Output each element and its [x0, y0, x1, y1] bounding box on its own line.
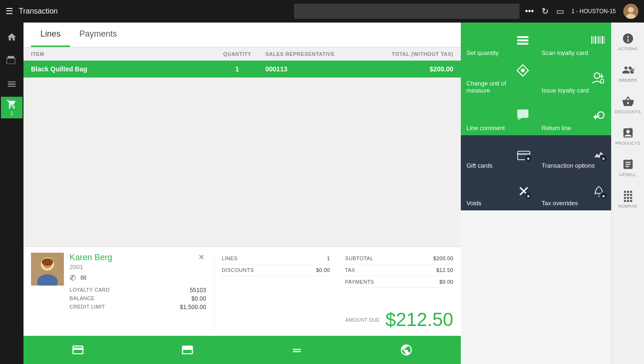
- line-comment-label: Line comment: [466, 124, 505, 132]
- subtotal-value: $200.00: [433, 256, 453, 261]
- return-line-label: Return line: [542, 124, 571, 132]
- sidebar-item-home[interactable]: [1, 26, 23, 48]
- lines-label: LINES: [222, 256, 238, 261]
- svg-rect-10: [517, 43, 528, 45]
- summary-rows: LINES 1 DISCOUNTS $0.00 SUBTOTAL $200.00: [222, 253, 453, 288]
- discounts-label: DISCOUNTS: [615, 109, 641, 114]
- set-quantity-label: Set quantity: [466, 49, 499, 56]
- gift-cards-button[interactable]: ■ Gift cards: [461, 135, 536, 173]
- customer-details: Karen Berg 2001 ✆ ✉ LOYALTY CARD 55103 B…: [70, 253, 206, 330]
- row-total: $200.00: [359, 65, 453, 73]
- tab-lines[interactable]: Lines: [31, 23, 70, 47]
- svg-point-7: [42, 258, 53, 266]
- svg-rect-8: [517, 36, 528, 38]
- scan-loyalty-label: Scan loyalty card: [542, 49, 588, 56]
- sidebar-item-actions[interactable]: ACTIONS: [613, 26, 643, 57]
- tax-label: TAX: [345, 267, 356, 273]
- col-header-sales-rep: SALES REPRESENTATIVE: [265, 51, 359, 57]
- monitor-icon[interactable]: ▭: [556, 6, 564, 16]
- numpad-label: NUMPAD: [618, 204, 637, 209]
- sidebar-item-cart[interactable]: 1: [1, 97, 23, 118]
- balance-label: BALANCE: [70, 295, 94, 302]
- return-line-button[interactable]: Return line: [536, 98, 611, 135]
- store-info: 1 - HOUSTON-15: [572, 8, 616, 15]
- svg-point-1: [628, 7, 634, 13]
- action-buttons-grid: Set quantity Change unit of measure: [461, 23, 611, 364]
- scan-loyalty-button[interactable]: Scan loyalty card: [536, 23, 611, 60]
- gift-cards-label: Gift cards: [466, 162, 493, 169]
- void-badge: ■: [525, 192, 532, 200]
- actions-label: ACTIONS: [618, 46, 637, 51]
- set-quantity-button[interactable]: Set quantity: [461, 23, 536, 60]
- customer-name: Karen Berg: [70, 253, 206, 263]
- sidebar-item-numpad[interactable]: NUMPAD: [613, 184, 643, 214]
- transaction-options-button[interactable]: ■ Transaction options: [536, 135, 611, 173]
- table-row[interactable]: Black Quilted Bag 1 000113 $200.00: [23, 61, 461, 77]
- bottom-btn-payment[interactable]: [133, 336, 242, 364]
- sidebar-item-products[interactable]: [1, 50, 23, 71]
- right-sidebar: ACTIONS ORDERS % DISCOUNTS: [611, 23, 644, 364]
- summary-col-right: SUBTOTAL $200.00 TAX $12.50 PAYMENTS $0.…: [345, 253, 454, 288]
- sidebar-item-orders[interactable]: ORDERS: [613, 58, 643, 88]
- svg-rect-20: [595, 36, 596, 44]
- email-icon[interactable]: ✉: [80, 273, 86, 282]
- discounts-label: DISCOUNTS: [222, 267, 254, 273]
- sidebar-item-upsell[interactable]: UPSELL: [613, 152, 643, 183]
- svg-rect-25: [604, 36, 605, 44]
- voids-label: Voids: [466, 200, 481, 207]
- avatar[interactable]: [623, 4, 638, 19]
- search-input[interactable]: [294, 4, 520, 19]
- sidebar-item-discounts[interactable]: % DISCOUNTS: [613, 89, 643, 120]
- sidebar-item-products-right[interactable]: PRODUCTS: [613, 121, 643, 151]
- more-icon[interactable]: •••: [525, 7, 534, 16]
- bottom-actions: [23, 336, 461, 364]
- action-col-left: Set quantity Change unit of measure: [461, 23, 536, 364]
- svg-point-26: [594, 73, 600, 78]
- txoptions-badge: ■: [600, 155, 607, 162]
- transaction-options-label: Transaction options: [542, 162, 595, 169]
- balance-value: $0.00: [191, 295, 206, 302]
- row-item-name: Black Quilted Bag: [31, 65, 209, 73]
- svg-rect-18: [591, 36, 592, 44]
- center-area: Lines Payments ITEM QUANTITY SALES REPRE…: [23, 23, 461, 364]
- upsell-label: UPSELL: [619, 172, 636, 177]
- change-uom-button[interactable]: Change unit of measure: [461, 60, 536, 98]
- cart-badge: 1: [8, 110, 15, 116]
- customer-panel: Karen Berg 2001 ✆ ✉ LOYALTY CARD 55103 B…: [23, 247, 461, 336]
- topbar-title: Transaction: [19, 7, 288, 15]
- tax-overrides-button[interactable]: ■ Tax overrides: [536, 173, 611, 210]
- tax-overrides-label: Tax overrides: [542, 200, 578, 207]
- tabs: Lines Payments: [23, 23, 461, 47]
- products-label: PRODUCTS: [615, 141, 640, 146]
- voids-button[interactable]: ■ Voids: [461, 173, 536, 210]
- hamburger-icon[interactable]: ☰: [6, 6, 13, 16]
- customer-contact-icons: ✆ ✉: [70, 273, 206, 282]
- col-header-item: ITEM: [31, 51, 209, 57]
- svg-rect-21: [597, 36, 597, 44]
- issue-loyalty-button[interactable]: Issue loyalty card: [536, 60, 611, 98]
- giftcard-badge: ■: [525, 155, 532, 162]
- left-sidebar: 1: [0, 23, 23, 364]
- bottom-btn-equal[interactable]: [242, 336, 352, 364]
- bottom-btn-cards[interactable]: [23, 336, 133, 364]
- row-sales-rep: 000113: [265, 65, 359, 73]
- line-comment-button[interactable]: Line comment: [461, 98, 536, 135]
- close-customer-button[interactable]: ✕: [198, 253, 204, 262]
- refresh-icon[interactable]: ↻: [542, 6, 549, 16]
- amount-due: AMOUNT DUE $212.50: [222, 305, 453, 330]
- sidebar-item-menu[interactable]: [1, 73, 23, 95]
- bottom-btn-globe[interactable]: [351, 336, 461, 364]
- table-header: ITEM QUANTITY SALES REPRESENTATIVE TOTAL…: [23, 47, 461, 61]
- col-header-total: TOTAL (WITHOUT TAX): [359, 51, 453, 57]
- payments-label: PAYMENTS: [345, 279, 374, 285]
- action-panel: Set quantity Change unit of measure: [461, 23, 611, 364]
- tab-payments[interactable]: Payments: [70, 23, 126, 47]
- action-col-right: Scan loyalty card Issue loyalty card: [536, 23, 611, 364]
- payments-value: $0.00: [439, 279, 453, 285]
- phone-icon[interactable]: ✆: [70, 273, 76, 282]
- table-rows: Black Quilted Bag 1 000113 $200.00: [23, 61, 461, 247]
- issue-loyalty-label: Issue loyalty card: [542, 87, 589, 94]
- credit-limit-label: CREDIT LIMIT: [70, 304, 105, 310]
- svg-text:%: %: [630, 101, 632, 103]
- main-layout: 1 Lines Payments ITEM QUANTITY SALES REP…: [0, 23, 644, 364]
